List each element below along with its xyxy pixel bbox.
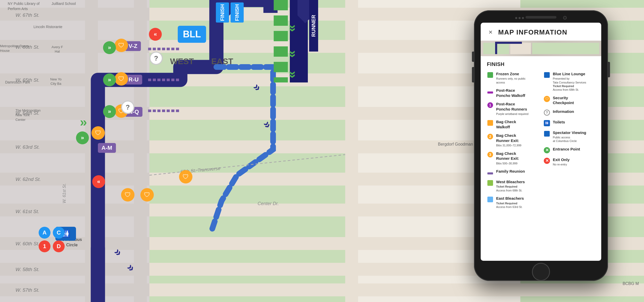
- legend-col-right: Blue Line Lounge Presented byTata Consul…: [544, 71, 595, 212]
- security-checkpoint-icon: 🛡: [544, 96, 550, 102]
- info-1: ?: [149, 52, 163, 65]
- west-bleachers-icon: [487, 180, 494, 186]
- street-v3: [345, 0, 358, 302]
- legend-entrance-point: ✕ Entrance Point: [544, 147, 595, 154]
- bag-check-3-name: Bag CheckRunner Exit:: [496, 151, 538, 161]
- street-label-61: W. 61st St.: [15, 209, 39, 214]
- phone-side-btn-vol-up[interactable]: [472, 52, 474, 62]
- information-text: Information: [553, 109, 595, 114]
- exit-only-sub: No re-entry: [553, 163, 595, 166]
- panel-content[interactable]: Finish Frozen Zone Runners only, no publ…: [481, 56, 601, 261]
- section-finish-title: Finish: [487, 61, 595, 67]
- legend-bag-check-walkoff: Bag CheckWalkoff: [487, 119, 538, 129]
- east-bleachers-sub: Ticket RequiredAccess from 63rd St.: [496, 202, 538, 209]
- runner-banner: RUNNER: [309, 0, 318, 52]
- information-name: Information: [553, 109, 595, 114]
- security-1: 🛡: [115, 39, 128, 52]
- phone-dots: [515, 17, 524, 19]
- frozen-zone-sub: Runners only, no publicaccess: [496, 77, 538, 84]
- phone-frame: ✕ MAP INFORMATION Finish: [474, 10, 608, 281]
- subway-d: D: [53, 240, 65, 252]
- lincoln-label: Lincoln Ristorante: [33, 24, 62, 29]
- corral-am: A-M: [98, 143, 116, 153]
- panel-title: MAP INFORMATION: [498, 28, 567, 36]
- exit-only-name: Exit Only: [553, 157, 595, 162]
- legend-exit-only: ✕ Exit Only No re-entry: [544, 157, 595, 166]
- green-chevron-1: »: [103, 41, 116, 54]
- frozen-zone-icon: [487, 72, 494, 78]
- family-reunion-name: Family Reunion: [496, 169, 538, 174]
- security-6: 🛡: [140, 188, 154, 202]
- street-label-58: W. 58th St.: [15, 267, 39, 272]
- info-2: ?: [121, 100, 134, 114]
- legend-bag-check-3: 3 Bag CheckRunner Exit: Bibs 500–30,999: [487, 151, 538, 165]
- street-label-67: W. 67th St.: [15, 12, 39, 18]
- blue-line-lounge-sub: Presented byTata Consultancy ServicesTic…: [553, 77, 595, 91]
- security-2: 🛡: [115, 72, 128, 86]
- poncho-runners-name: Post-RacePoncho Runners: [496, 102, 538, 112]
- close-button[interactable]: ✕: [487, 29, 494, 36]
- bag-check-2-name: Bag CheckRunner Exit:: [496, 133, 538, 143]
- legend-poncho-walkoff: Post-RacePoncho Walkoff: [487, 88, 538, 98]
- spectator-viewing-icon: [544, 130, 550, 137]
- bag-check-3-icon: 3: [487, 151, 494, 158]
- green-chevron-4: »: [76, 131, 89, 144]
- bag-check-2-icon: 2: [487, 133, 494, 140]
- security-checkpoint-text: SecurityCheckpoint: [553, 95, 595, 105]
- ny-pub-lib-label: NY Public Library ofPerform Arts: [8, 1, 39, 11]
- bll-box: BLL: [178, 26, 206, 43]
- metro-opera-label: Metropolitan OperaHouse: [0, 44, 36, 53]
- west-bleachers-sub: Ticket RequiredAccess from 68th St.: [496, 185, 538, 192]
- blue-line-lounge-text: Blue Line Lounge Presented byTata Consul…: [553, 71, 595, 92]
- phone-screen: ✕ MAP INFORMATION Finish: [481, 23, 601, 261]
- security-7: 🛡: [179, 170, 192, 183]
- legend-family-reunion: Family Reunion: [487, 169, 538, 176]
- phone-side-btn-power[interactable]: [608, 62, 610, 77]
- legend-spectator-viewing: Spectator Viewing Public accessat Columb…: [544, 130, 595, 143]
- phone-dot-1: [515, 17, 517, 19]
- security-5: 🛡: [121, 188, 134, 202]
- phone-home-button[interactable]: [532, 263, 550, 281]
- bag-check-walkoff-name: Bag CheckWalkoff: [496, 119, 538, 129]
- family-reunion-text: Family Reunion: [496, 169, 538, 174]
- bag-check-3-sub: Bibs 500–30,999: [496, 162, 538, 165]
- svg-rect-18: [532, 43, 599, 54]
- east-bleachers-icon: [487, 196, 494, 203]
- spectator-viewing-name: Spectator Viewing: [553, 130, 595, 135]
- street-label-62: W. 62nd St.: [15, 177, 41, 182]
- street-label-57: W. 57th St.: [15, 287, 39, 293]
- bag-check-2-text: Bag CheckRunner Exit: Bibs 31,000–72,999: [496, 133, 538, 147]
- security-checkpoint-name: SecurityCheckpoint: [553, 95, 595, 105]
- frozen-zone-text: Frozen Zone Runners only, no publicacces…: [496, 71, 538, 84]
- information-icon: ?: [544, 109, 550, 116]
- legend-west-bleachers: West Bleachers Ticket RequiredAccess fro…: [487, 179, 538, 192]
- bag-check-walkoff-text: Bag CheckWalkoff: [496, 119, 538, 129]
- map-info-panel: ✕ MAP INFORMATION Finish: [481, 23, 601, 261]
- phone-side-btn-vol-down[interactable]: [472, 67, 474, 82]
- legend-blue-line-lounge: Blue Line Lounge Presented byTata Consul…: [544, 71, 595, 92]
- bag-check-2-sub: Bibs 31,000–72,999: [496, 144, 538, 147]
- street-label-60: W. 60th St.: [15, 241, 39, 247]
- legend-col-left: Frozen Zone Runners only, no publicacces…: [487, 71, 538, 212]
- west-label: WEST: [170, 57, 194, 66]
- phone-dot-3: [522, 17, 524, 19]
- w61-vert-label: W. 61st St.: [62, 183, 67, 203]
- spectator-viewing-text: Spectator Viewing Public accessat Columb…: [553, 130, 595, 143]
- exit-only-icon: ✕: [544, 157, 550, 164]
- center-dr-label: Center Dr.: [258, 201, 279, 206]
- subway-a: A: [39, 227, 50, 239]
- west-bleachers-name: West Bleachers: [496, 179, 538, 184]
- subway-c: C: [53, 227, 65, 239]
- bag-check-3-text: Bag CheckRunner Exit: Bibs 500–30,999: [496, 151, 538, 165]
- poncho-runners-icon: 1: [487, 102, 494, 108]
- panel-header: ✕ MAP INFORMATION: [481, 23, 601, 41]
- toilets-name: Toilets: [553, 120, 595, 125]
- east-label: EAST: [211, 57, 233, 66]
- svg-rect-17: [510, 43, 531, 54]
- east-bleachers-text: East Bleachers Ticket RequiredAccess fro…: [496, 196, 538, 209]
- frozen-zone-name: Frozen Zone: [496, 71, 538, 77]
- blue-line-lounge-name: Blue Line Lounge: [553, 71, 595, 77]
- legend-information: ? Information: [544, 109, 595, 116]
- west-bleachers-text: West Bleachers Ticket RequiredAccess fro…: [496, 179, 538, 192]
- entrance-point-text: Entrance Point: [553, 147, 595, 152]
